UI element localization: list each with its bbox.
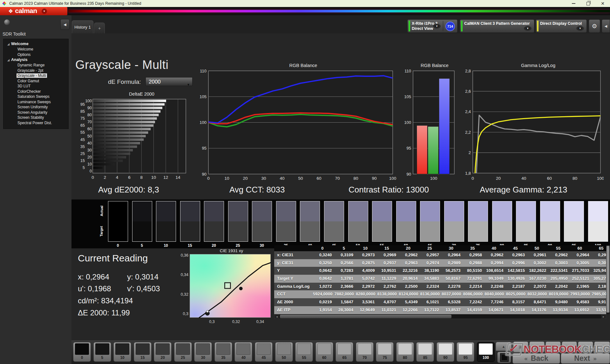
next-button[interactable]: Next » [561,353,610,364]
level-button-55[interactable]: 55 [295,342,313,362]
svg-text:100: 100 [389,176,396,181]
sidebar-item-spectral-power-dist[interactable]: Spectral Power Dist. [3,120,68,126]
level-button-20[interactable]: 20 [154,342,172,362]
level-label: 80 [396,355,414,360]
level-patch [317,343,331,355]
nav-tool-5-button[interactable]: ↻ [578,341,593,352]
scroll-left-button[interactable]: ◂ [274,314,279,319]
level-patch [438,343,452,355]
level-button-40[interactable]: 40 [234,342,252,362]
sidebar-item-options[interactable]: Options [3,52,68,57]
level-button-45[interactable]: 45 [255,342,273,362]
calman-menu-button[interactable]: ❖ calman ▼ [0,7,67,15]
de-formula-label: dE Formula: [108,78,141,85]
nav-tool-6-button[interactable]: · [594,341,610,352]
sidebar-sphere-button[interactable] [4,19,10,25]
svg-text:15: 15 [80,158,85,163]
sidebar-group-welcome[interactable]: ◢Welcome [3,41,68,47]
de-formula-select[interactable]: 2000 ▼ [146,77,193,86]
restore-button[interactable] [581,0,595,7]
scroll-left-icon: ◂ [276,315,278,318]
swatch-cell-70 [444,201,464,242]
pattern-generator-dropdown[interactable]: CalMAN Client 3 Pattern Generator ▼ [460,19,534,33]
sidebar-item-grayscale-2pt[interactable]: Grayscale - 2pt [3,68,68,73]
level-button-75[interactable]: 75 [376,342,394,362]
sidebar-item-dynamic-range[interactable]: Dynamic Range [3,63,68,68]
stat-avg-cct: Avg CCT: 8033 [229,185,285,195]
h-scroll-thumb[interactable] [280,315,451,318]
table-vertical-scrollbar[interactable] [606,245,610,314]
level-button-10[interactable]: 10 [113,342,131,362]
sidebar-item-colorchecker[interactable]: ColorChecker [3,89,68,94]
nav-tool-3-button[interactable]: ▤ [546,341,561,352]
sidebar-item-3d-lut[interactable]: 3D LUT [3,84,68,89]
nav-tool-1-button[interactable]: ▣ [513,341,528,352]
level-patch [196,343,210,355]
level-button-30[interactable]: 30 [194,342,212,362]
close-button[interactable]: ✕ [595,0,610,7]
table-col-15: 15 [377,245,399,251]
level-button-0[interactable]: 0 [73,342,91,362]
level-up-button[interactable]: ▲ [496,342,512,351]
calman-menu-chevron[interactable]: ▼ [42,9,47,14]
sidebar-item-color-gamut[interactable]: Color Gamut [3,78,68,84]
meter-dropdown[interactable]: X-Rite i1Pro 3Direct View ▼ 714 [407,19,458,33]
level-patch [418,343,432,355]
table-horizontal-scrollbar[interactable]: ◂ ▸ [274,314,606,319]
level-label: 15 [134,355,151,360]
svg-text:2: 2 [104,175,106,180]
level-button-50[interactable]: 50 [275,342,293,362]
level-button-15[interactable]: 15 [134,342,152,362]
display-control-dropdown[interactable]: Direct Display Control ▼ [536,19,587,33]
sidebar-item-saturation-sweeps[interactable]: Saturation Sweeps [3,94,68,99]
collapse-left-icon: ◀ [605,24,607,28]
svg-text:85: 85 [80,109,85,114]
back-button[interactable]: « Back [512,353,560,364]
level-button-65[interactable]: 65 [336,342,353,362]
svg-text:60: 60 [316,176,321,181]
sidebar-collapse-button[interactable]: ◀ [60,19,70,30]
level-button-35[interactable]: 35 [214,342,232,362]
svg-text:2,6: 2,6 [465,89,471,94]
settings-button[interactable]: ⚙ [589,19,600,33]
svg-text:75: 75 [80,116,85,121]
panel-collapse-button[interactable]: ◀ [602,19,610,33]
sidebar-group-analysis[interactable]: ◢Analysis [3,57,68,63]
sidebar-item-screen-stability[interactable]: Screen Stability [3,115,68,120]
svg-text:105: 105 [200,94,207,99]
level-button-25[interactable]: 25 [174,342,192,362]
table-row-y: Y0,06420,72834,400910,953122,321638,1190… [274,267,606,275]
meter-reading-badge[interactable]: 714 [445,22,455,31]
stop-pattern-button[interactable] [497,352,511,363]
sidebar-item-screen-uniformity[interactable]: Screen Uniformity [3,104,68,110]
menu-row: ❖ calman ▼ [0,7,610,15]
nav-tool-2-button[interactable]: ▶ [529,341,545,352]
sidebar-item-grayscale-multi[interactable]: Grayscale - Multi [3,73,68,78]
pattern-chevron[interactable]: ▼ [524,26,532,31]
minimize-button[interactable] [566,0,581,7]
level-button-100[interactable]: 100 [477,342,495,362]
swatch-actual-45 [324,201,344,221]
reading-v: v': 0,4503 [127,284,160,293]
level-button-5[interactable]: 5 [93,342,111,362]
level-button-90[interactable]: 90 [437,342,454,362]
nav-tool-4-button[interactable]: ∞ [562,341,577,352]
level-button-60[interactable]: 60 [315,342,333,362]
sidebar-item-welcome[interactable]: Welcome [3,47,68,52]
level-label: 95 [457,355,474,360]
level-button-70[interactable]: 70 [356,342,374,362]
swatch-cell-25 [228,201,248,242]
level-button-85[interactable]: 85 [416,342,434,362]
tab-history-1[interactable]: History 1 [72,20,93,33]
sidebar-item-screen-angularity[interactable]: Screen Angularity [3,110,68,115]
level-button-95[interactable]: 95 [457,342,474,362]
svg-text:110: 110 [404,69,411,73]
add-tab-button[interactable]: + [94,23,105,33]
v-scroll-thumb[interactable] [607,246,609,313]
meter-chevron[interactable]: ▼ [433,24,441,29]
page-title: Grayscale - Multi [75,58,169,72]
sidebar-item-luminance-sweeps[interactable]: Luminance Sweeps [3,99,68,105]
display-chevron[interactable]: ▼ [576,26,584,31]
scroll-right-button[interactable]: ▸ [601,314,606,319]
level-button-80[interactable]: 80 [396,342,414,362]
